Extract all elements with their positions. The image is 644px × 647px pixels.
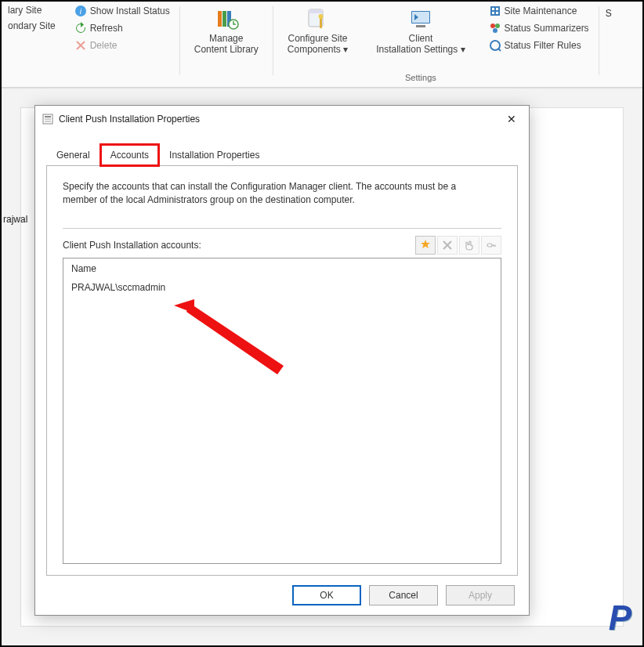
status-summarizers-label: Status Summarizers	[505, 23, 589, 34]
svg-rect-17	[496, 12, 498, 14]
accounts-toolbar	[415, 236, 501, 255]
remove-account-button[interactable]	[437, 236, 458, 255]
settings-group-label: Settings	[405, 73, 436, 85]
cancel-button[interactable]: Cancel	[369, 585, 438, 605]
star-new-icon	[419, 239, 432, 251]
sidebar-item-partial: rajwal	[3, 214, 27, 225]
client-monitor-icon	[408, 6, 433, 31]
tabs: General Accounts Installation Properties	[46, 143, 518, 165]
column-header-name[interactable]: Name	[63, 258, 501, 279]
svg-rect-23	[45, 116, 51, 117]
dialog-buttons: OK Cancel Apply	[35, 576, 529, 615]
dialog-title: Client Push Installation Properties	[59, 114, 497, 125]
info-icon: i	[74, 5, 87, 17]
dialog-icon	[42, 113, 54, 125]
watermark-logo: P	[609, 598, 631, 638]
primary-site-partial: lary Site	[5, 3, 59, 17]
account-row[interactable]: PRAJWAL\sccmadmin	[63, 279, 501, 296]
delete-label: Delete	[90, 40, 118, 51]
status-summarizers-button[interactable]: Status Summarizers	[486, 20, 592, 36]
tab-content: Specify the accounts that can install th…	[46, 165, 518, 576]
svg-text:i: i	[79, 7, 81, 16]
apply-button: Apply	[446, 585, 515, 605]
svg-rect-12	[416, 25, 425, 27]
summarizers-icon	[489, 22, 501, 34]
client-push-properties-dialog: Client Push Installation Properties ✕ Ge…	[34, 105, 530, 616]
refresh-button[interactable]: Refresh	[71, 20, 173, 36]
secondary-site-partial: ondary Site	[5, 19, 59, 33]
site-maintenance-button[interactable]: Site Maintenance	[486, 3, 592, 19]
accounts-label: Client Push Installation accounts:	[63, 240, 201, 251]
delete-x-icon	[74, 39, 87, 52]
tab-installation-properties[interactable]: Installation Properties	[159, 144, 270, 166]
svg-rect-14	[492, 8, 494, 10]
ribbon: lary Site ondary Site i Show Install Sta…	[2, 2, 642, 88]
site-components-icon	[306, 6, 331, 31]
svg-rect-2	[218, 11, 222, 27]
add-account-button[interactable]	[415, 236, 436, 255]
maintenance-icon	[489, 5, 501, 17]
status-filter-rules-button[interactable]: Status Filter Rules	[486, 38, 592, 53]
svg-rect-25	[45, 121, 51, 122]
refresh-icon	[74, 22, 87, 34]
svg-point-20	[493, 28, 497, 33]
x-icon	[442, 240, 453, 251]
tab-general[interactable]: General	[46, 144, 100, 166]
hand-icon	[464, 240, 475, 251]
configure-site-components-label: Configure Site Components ▾	[288, 33, 348, 55]
svg-point-9	[318, 14, 323, 19]
tab-accounts[interactable]: Accounts	[100, 144, 159, 166]
manage-content-library-label: Manage Content Library	[194, 33, 259, 55]
verify-account-button[interactable]	[481, 236, 501, 255]
svg-point-18	[490, 23, 495, 28]
client-installation-settings-label: Client Installation Settings ▾	[376, 33, 465, 55]
svg-rect-24	[45, 118, 51, 120]
show-install-status-button[interactable]: i Show Install Status	[71, 3, 173, 19]
configure-site-components-button[interactable]: Configure Site Components ▾	[280, 3, 356, 58]
edit-account-button[interactable]	[459, 236, 479, 255]
delete-button[interactable]: Delete	[71, 38, 173, 53]
svg-point-19	[495, 23, 500, 28]
svg-rect-15	[496, 8, 498, 10]
manage-content-library-button[interactable]: Manage Content Library	[186, 3, 266, 58]
filter-icon	[489, 39, 501, 52]
accounts-description: Specify the accounts that can install th…	[63, 180, 486, 208]
library-icon	[214, 6, 239, 31]
key-icon	[486, 240, 497, 251]
dialog-titlebar: Client Push Installation Properties ✕	[35, 106, 529, 132]
svg-rect-3	[223, 11, 226, 27]
accounts-listbox[interactable]: Name PRAJWAL\sccmadmin	[63, 258, 501, 564]
ribbon-cutoff: S	[606, 8, 612, 19]
svg-rect-7	[309, 9, 323, 13]
site-maintenance-label: Site Maintenance	[505, 5, 577, 16]
svg-rect-26	[487, 244, 492, 247]
svg-rect-13	[490, 6, 500, 16]
svg-rect-8	[320, 17, 322, 28]
show-install-status-label: Show Install Status	[90, 5, 170, 16]
close-button[interactable]: ✕	[497, 110, 526, 128]
svg-rect-16	[492, 12, 494, 14]
status-filter-rules-label: Status Filter Rules	[505, 40, 581, 51]
client-installation-settings-button[interactable]: Client Installation Settings ▾	[368, 3, 472, 58]
refresh-label: Refresh	[90, 23, 123, 34]
close-icon: ✕	[507, 114, 516, 125]
ok-button[interactable]: OK	[292, 585, 361, 605]
